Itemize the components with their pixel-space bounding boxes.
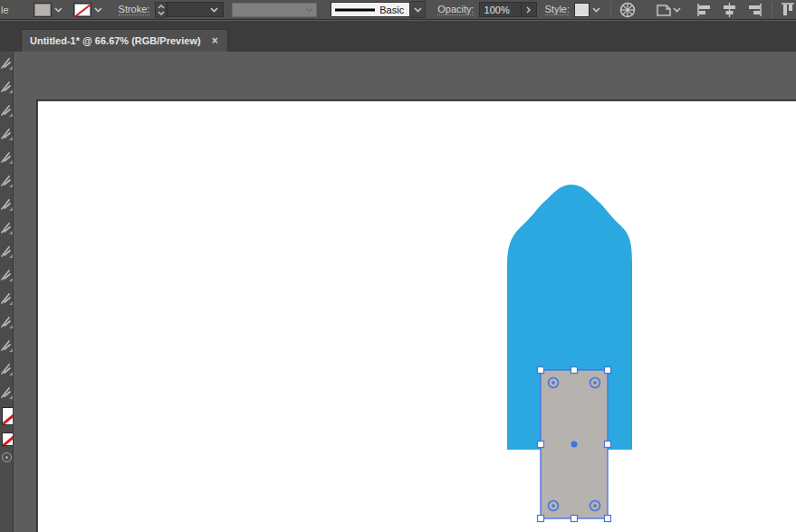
artboard[interactable] (37, 100, 796, 532)
scale-tool-icon[interactable] (0, 310, 14, 334)
separator (610, 2, 611, 18)
rectangle-tool-icon[interactable] (0, 216, 14, 240)
direct-selection-tool-icon[interactable] (0, 75, 14, 99)
document-tab-title: Untitled-1* @ 66.67% (RGB/Preview) (30, 35, 201, 46)
fill-color-control[interactable] (34, 3, 65, 17)
brush-chevron-down-icon[interactable] (410, 1, 426, 18)
selection-center-point[interactable] (571, 442, 578, 448)
control-bar: le Stroke: (0, 0, 796, 20)
zoom-tool-icon[interactable] (0, 357, 14, 381)
toolbar (0, 52, 14, 532)
illustrator-window: le Stroke: (0, 0, 796, 532)
handle-top-center[interactable] (571, 367, 578, 374)
selection-tool-icon[interactable] (0, 52, 14, 75)
paintbrush-tool-icon[interactable] (0, 240, 14, 263)
horizontal-align-left-icon[interactable] (696, 1, 712, 19)
column-graph-tool-icon[interactable] (0, 334, 14, 357)
canvas[interactable] (14, 52, 796, 532)
stroke-none-indicator-swatch[interactable] (2, 432, 14, 446)
stroke-none-swatch[interactable] (73, 3, 91, 17)
stroke-panel-link[interactable]: Stroke: (119, 4, 150, 15)
chevron-down-icon (305, 7, 313, 13)
stroke-weight-stepper[interactable] (155, 2, 167, 18)
handle-middle-right[interactable] (605, 442, 611, 448)
opacity-value: 100% (484, 5, 510, 15)
basic-brush-stroke-preview (335, 7, 375, 13)
recolor-artwork-icon[interactable] (619, 1, 636, 19)
handle-middle-left[interactable] (538, 442, 544, 448)
vertical-align-top-icon[interactable] (781, 1, 796, 19)
magic-wand-tool-icon[interactable] (0, 99, 14, 122)
pencil-tool-icon[interactable] (0, 263, 14, 287)
tab-close-icon[interactable]: × (212, 34, 218, 47)
pen-tool-icon[interactable] (0, 146, 14, 169)
fill-color-chevron-down-icon[interactable] (52, 3, 65, 17)
graphic-style-swatch[interactable] (574, 3, 590, 17)
lasso-tool-icon[interactable] (0, 122, 14, 146)
isolate-selected-object-icon[interactable] (655, 1, 682, 19)
handle-top-right[interactable] (605, 367, 611, 374)
handle-bottom-center[interactable] (571, 516, 578, 522)
brush-definition-control[interactable]: Basic (331, 1, 426, 18)
rotate-tool-icon[interactable] (0, 287, 14, 310)
style-panel-link[interactable]: Style: (545, 4, 571, 15)
variable-width-profile-select (232, 3, 317, 17)
document-tab-bar: Untitled-1* @ 66.67% (RGB/Preview) × (0, 21, 796, 52)
stroke-color-control[interactable] (73, 3, 105, 17)
opacity-input[interactable]: 100% (479, 2, 522, 17)
screen-mode-icon[interactable] (2, 452, 12, 462)
brush-name-label: Basic (379, 5, 404, 15)
handle-top-left[interactable] (538, 367, 544, 374)
fill-none-swatch[interactable] (2, 407, 14, 425)
workspace (0, 52, 796, 532)
style-chevron-down-icon[interactable] (590, 3, 603, 17)
document-tab[interactable]: Untitled-1* @ 66.67% (RGB/Preview) × (21, 29, 228, 52)
stroke-weight-select[interactable] (167, 2, 224, 17)
handle-bottom-left[interactable] (538, 516, 544, 522)
stroke-color-chevron-down-icon[interactable] (91, 3, 105, 17)
line-segment-tool-icon[interactable] (0, 193, 14, 216)
stroke-weight-chevron-down-icon[interactable] (207, 3, 221, 17)
selected-object-type-label: le (1, 5, 9, 15)
horizontal-align-center-icon[interactable] (722, 1, 737, 19)
brush-definition-field[interactable]: Basic (331, 2, 410, 17)
opacity-panel-link[interactable]: Opacity: (437, 4, 474, 15)
handle-bottom-right[interactable] (605, 516, 611, 522)
fill-color-swatch[interactable] (34, 3, 52, 17)
horizontal-align-right-icon[interactable] (747, 1, 762, 19)
separator (772, 2, 772, 18)
graphic-style-control[interactable] (574, 3, 603, 17)
selection-group (538, 367, 611, 522)
type-tool-icon[interactable] (0, 169, 14, 193)
opacity-expand-button[interactable] (522, 2, 537, 17)
hand-tool-icon[interactable] (0, 381, 14, 404)
